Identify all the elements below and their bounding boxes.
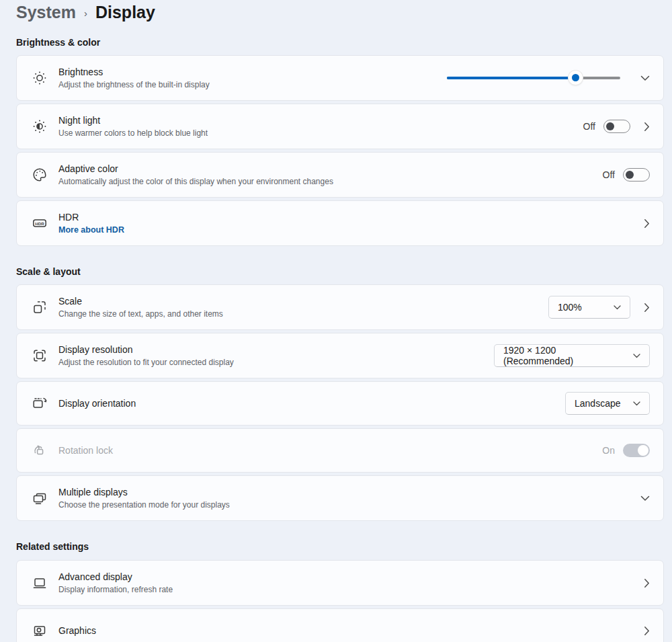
hdr-icon: HDR: [32, 215, 48, 231]
chevron-down-icon[interactable]: [640, 75, 650, 81]
setting-row-night-light[interactable]: Night light Use warmer colors to help bl…: [16, 104, 664, 149]
setting-title: Graphics: [58, 625, 630, 637]
setting-subtitle: Choose the presentation mode for your di…: [58, 499, 632, 510]
setting-row-display-orientation[interactable]: Display orientation Landscape: [16, 381, 664, 426]
chevron-down-icon: [633, 354, 640, 358]
resolution-dropdown-value: 1920 × 1200 (Recommended): [503, 345, 621, 366]
setting-row-rotation-lock: Rotation lock On: [16, 428, 664, 473]
rotation-lock-icon: [32, 442, 48, 458]
advanced-display-icon: [32, 575, 48, 591]
page-title: Display: [95, 3, 155, 22]
chevron-right-icon[interactable]: [644, 578, 650, 588]
breadcrumb-separator-icon: ›: [84, 7, 87, 19]
resolution-dropdown[interactable]: 1920 × 1200 (Recommended): [494, 344, 650, 367]
brightness-icon: [32, 70, 48, 86]
night-light-toggle[interactable]: [603, 120, 630, 133]
setting-title: Display resolution: [58, 344, 494, 356]
chevron-down-icon: [614, 305, 621, 310]
graphics-gpu-icon: [32, 623, 48, 639]
scale-icon: [32, 299, 48, 315]
svg-text:HDR: HDR: [35, 221, 44, 226]
brightness-slider-track[interactable]: [447, 77, 620, 79]
orientation-dropdown[interactable]: Landscape: [565, 392, 650, 415]
section-title-related-settings: Related settings: [16, 541, 664, 552]
setting-subtitle: Use warmer colors to help block blue lig…: [58, 128, 583, 138]
adaptive-color-toggle[interactable]: [623, 168, 650, 182]
setting-subtitle: Adjust the brightness of the built-in di…: [58, 79, 447, 90]
scale-dropdown-value: 100%: [558, 302, 582, 313]
setting-title: Scale: [58, 295, 548, 308]
setting-row-display-resolution[interactable]: Display resolution Adjust the resolution…: [16, 333, 664, 378]
rotation-lock-state-label: On: [602, 445, 615, 456]
setting-subtitle: Automatically adjust the color of this d…: [58, 176, 603, 187]
chevron-right-icon[interactable]: [644, 218, 650, 229]
setting-row-graphics[interactable]: Graphics: [16, 608, 664, 642]
brightness-slider[interactable]: [447, 71, 620, 85]
setting-title: Rotation lock: [58, 444, 602, 457]
display-settings-page: System › Display Brightness & color Brig…: [0, 0, 672, 642]
setting-title: Display orientation: [58, 397, 565, 410]
scale-dropdown[interactable]: 100%: [548, 296, 630, 319]
chevron-right-icon[interactable]: [644, 626, 650, 636]
setting-title: Multiple displays: [58, 486, 632, 499]
brightness-slider-fill: [447, 77, 575, 79]
section-title-brightness-color: Brightness & color: [16, 37, 664, 48]
setting-row-hdr[interactable]: HDR HDR More about HDR: [16, 200, 664, 246]
setting-row-multiple-displays[interactable]: Multiple displays Choose the presentatio…: [16, 475, 664, 521]
palette-icon: [32, 167, 48, 183]
night-light-icon: [32, 118, 48, 134]
setting-row-brightness[interactable]: Brightness Adjust the brightness of the …: [16, 55, 664, 101]
setting-row-adaptive-color[interactable]: Adaptive color Automatically adjust the …: [16, 152, 664, 198]
breadcrumb: System › Display: [16, 1, 664, 22]
multiple-displays-icon: [32, 490, 48, 506]
breadcrumb-system[interactable]: System: [16, 3, 76, 22]
setting-subtitle: Change the size of text, apps, and other…: [58, 309, 548, 319]
setting-row-scale[interactable]: Scale Change the size of text, apps, and…: [16, 284, 664, 330]
display-resolution-icon: [32, 348, 48, 364]
setting-title: Advanced display: [58, 571, 630, 584]
section-title-scale-layout: Scale & layout: [16, 266, 664, 277]
setting-title: HDR: [58, 211, 630, 224]
chevron-down-icon[interactable]: [640, 495, 650, 501]
adaptive-color-state-label: Off: [603, 169, 615, 180]
display-orientation-icon: [32, 395, 48, 411]
more-about-hdr-link[interactable]: More about HDR: [58, 225, 630, 236]
rotation-lock-toggle: [623, 444, 650, 457]
chevron-right-icon[interactable]: [644, 122, 650, 132]
orientation-dropdown-value: Landscape: [575, 398, 621, 409]
chevron-right-icon[interactable]: [644, 303, 650, 313]
setting-subtitle: Adjust the resolution to fit your connec…: [58, 357, 494, 368]
chevron-down-icon: [633, 401, 640, 406]
setting-title: Night light: [58, 114, 583, 127]
brightness-slider-thumb[interactable]: [569, 71, 583, 85]
night-light-state-label: Off: [583, 121, 595, 132]
setting-subtitle: Display information, refresh rate: [58, 584, 630, 595]
setting-title: Adaptive color: [58, 163, 603, 175]
setting-row-advanced-display[interactable]: Advanced display Display information, re…: [16, 560, 664, 606]
setting-title: Brightness: [58, 66, 447, 79]
